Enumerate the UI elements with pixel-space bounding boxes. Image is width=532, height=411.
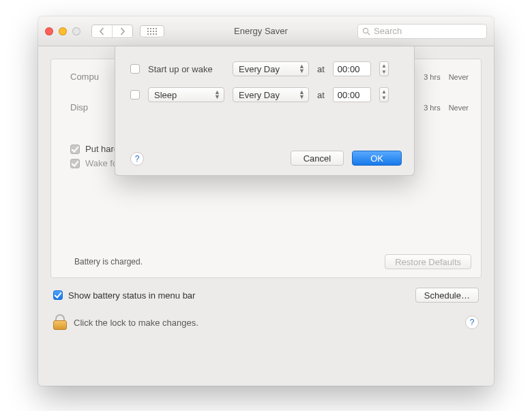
nav-forward-button[interactable] xyxy=(112,25,132,37)
schedule-sheet: Start up or wake Every Day ▲▼ at 00:00 ▲… xyxy=(115,46,415,176)
search-icon xyxy=(362,27,370,35)
startup-time-input[interactable]: 00:00 xyxy=(333,61,371,76)
slider-tick-3hrs: 3 hrs xyxy=(424,73,440,81)
show-battery-status-checkbox[interactable]: Show battery status in menu bar xyxy=(53,290,195,301)
toolbar: Energy Saver Search xyxy=(38,16,494,46)
at-label: at xyxy=(317,64,325,74)
show-battery-status-label: Show battery status in menu bar xyxy=(68,290,195,301)
minimize-window-button[interactable] xyxy=(59,27,67,35)
checkbox-icon xyxy=(70,159,80,168)
sleep-action-dropdown[interactable]: Sleep ▲▼ xyxy=(148,87,224,102)
step-down-icon: ▼ xyxy=(381,69,387,75)
window-controls xyxy=(45,27,80,35)
window-title: Energy Saver xyxy=(171,26,351,36)
nav-back-forward xyxy=(91,25,133,38)
slider-tick-3hrs: 3 hrs xyxy=(424,104,440,112)
chevron-right-icon xyxy=(119,27,125,35)
sheet-help-button[interactable]: ? xyxy=(130,152,144,166)
sleep-action-checkbox[interactable] xyxy=(130,90,140,100)
lock-icon[interactable] xyxy=(53,315,67,330)
energy-saver-window: Energy Saver Search Compu 3 hrs Never xyxy=(38,16,494,386)
sleep-frequency-dropdown[interactable]: Every Day ▲▼ xyxy=(233,87,309,102)
schedule-button[interactable]: Schedule… xyxy=(415,288,479,303)
chevron-left-icon xyxy=(99,27,105,35)
sleep-time-stepper[interactable]: ▲ ▼ xyxy=(379,87,389,102)
search-placeholder: Search xyxy=(374,26,402,36)
checkbox-icon xyxy=(70,144,80,154)
help-button[interactable]: ? xyxy=(465,316,479,329)
slider-tick-never: Never xyxy=(449,73,469,81)
step-up-icon: ▲ xyxy=(381,89,387,95)
updown-icon: ▲▼ xyxy=(214,90,220,100)
nav-back-button[interactable] xyxy=(92,25,112,37)
startup-wake-label: Start up or wake xyxy=(148,64,224,74)
cancel-button[interactable]: Cancel xyxy=(291,151,344,166)
svg-point-0 xyxy=(363,28,368,33)
battery-status-text: Battery is charged. xyxy=(74,257,143,267)
startup-wake-checkbox[interactable] xyxy=(130,64,140,74)
startup-time-stepper[interactable]: ▲ ▼ xyxy=(379,61,389,76)
svg-line-1 xyxy=(368,33,370,35)
lock-label: Click the lock to make changes. xyxy=(74,318,198,328)
grid-icon xyxy=(147,28,157,35)
close-window-button[interactable] xyxy=(45,27,53,35)
search-input[interactable]: Search xyxy=(357,24,487,39)
zoom-window-button xyxy=(72,27,80,35)
display-sleep-label: Disp xyxy=(70,102,118,112)
step-up-icon: ▲ xyxy=(381,63,387,69)
at-label: at xyxy=(317,90,325,100)
updown-icon: ▲▼ xyxy=(299,64,305,74)
show-all-button[interactable] xyxy=(140,25,164,37)
updown-icon: ▲▼ xyxy=(299,90,305,100)
computer-sleep-label: Compu xyxy=(70,72,118,82)
restore-defaults-button[interactable]: Restore Defaults xyxy=(385,254,471,269)
slider-tick-never: Never xyxy=(449,104,469,112)
step-down-icon: ▼ xyxy=(381,95,387,101)
ok-button[interactable]: OK xyxy=(352,151,402,166)
sleep-time-input[interactable]: 00:00 xyxy=(333,87,371,102)
checkbox-icon xyxy=(53,290,63,300)
startup-frequency-dropdown[interactable]: Every Day ▲▼ xyxy=(233,61,309,76)
